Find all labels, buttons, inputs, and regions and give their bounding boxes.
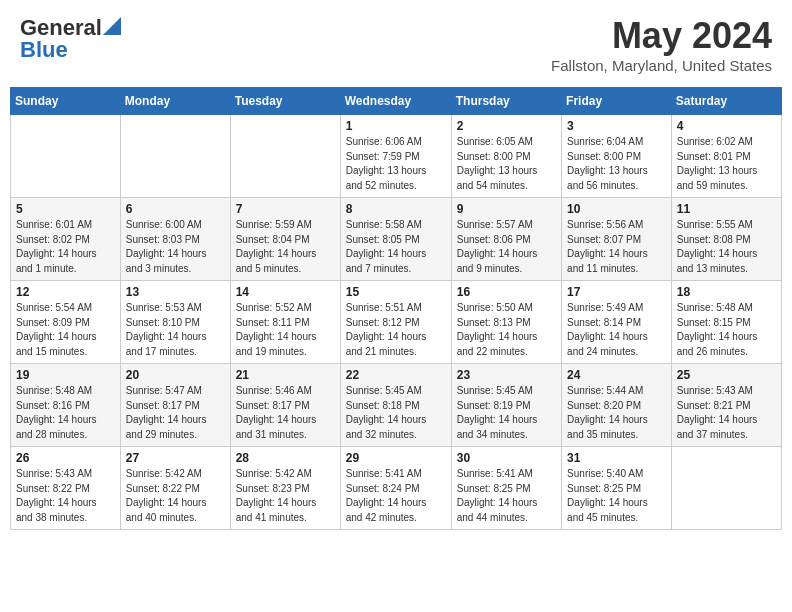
- day-info: Sunrise: 5:57 AMSunset: 8:06 PMDaylight:…: [457, 218, 556, 276]
- day-number: 31: [567, 451, 666, 465]
- logo-blue: Blue: [20, 37, 68, 63]
- day-number: 27: [126, 451, 225, 465]
- calendar-cell: 23Sunrise: 5:45 AMSunset: 8:19 PMDayligh…: [451, 364, 561, 447]
- calendar-cell: 31Sunrise: 5:40 AMSunset: 8:25 PMDayligh…: [562, 447, 672, 530]
- logo: General Blue: [20, 15, 121, 63]
- calendar-week-row: 19Sunrise: 5:48 AMSunset: 8:16 PMDayligh…: [11, 364, 782, 447]
- weekday-header: Sunday: [11, 88, 121, 115]
- calendar-week-row: 12Sunrise: 5:54 AMSunset: 8:09 PMDayligh…: [11, 281, 782, 364]
- day-info: Sunrise: 5:49 AMSunset: 8:14 PMDaylight:…: [567, 301, 666, 359]
- calendar-cell: 24Sunrise: 5:44 AMSunset: 8:20 PMDayligh…: [562, 364, 672, 447]
- day-number: 4: [677, 119, 776, 133]
- day-number: 13: [126, 285, 225, 299]
- calendar-cell: 12Sunrise: 5:54 AMSunset: 8:09 PMDayligh…: [11, 281, 121, 364]
- day-info: Sunrise: 6:00 AMSunset: 8:03 PMDaylight:…: [126, 218, 225, 276]
- logo-triangle-icon: [103, 17, 121, 35]
- calendar-cell: [671, 447, 781, 530]
- calendar-cell: 26Sunrise: 5:43 AMSunset: 8:22 PMDayligh…: [11, 447, 121, 530]
- calendar-cell: 9Sunrise: 5:57 AMSunset: 8:06 PMDaylight…: [451, 198, 561, 281]
- day-number: 6: [126, 202, 225, 216]
- day-number: 28: [236, 451, 335, 465]
- page-header: General Blue May 2024 Fallston, Maryland…: [10, 10, 782, 79]
- day-number: 17: [567, 285, 666, 299]
- day-info: Sunrise: 6:04 AMSunset: 8:00 PMDaylight:…: [567, 135, 666, 193]
- day-number: 14: [236, 285, 335, 299]
- calendar-cell: 3Sunrise: 6:04 AMSunset: 8:00 PMDaylight…: [562, 115, 672, 198]
- day-number: 9: [457, 202, 556, 216]
- calendar-cell: 17Sunrise: 5:49 AMSunset: 8:14 PMDayligh…: [562, 281, 672, 364]
- month-title: May 2024: [551, 15, 772, 57]
- day-number: 30: [457, 451, 556, 465]
- day-info: Sunrise: 5:48 AMSunset: 8:15 PMDaylight:…: [677, 301, 776, 359]
- calendar-cell: 4Sunrise: 6:02 AMSunset: 8:01 PMDaylight…: [671, 115, 781, 198]
- day-info: Sunrise: 5:46 AMSunset: 8:17 PMDaylight:…: [236, 384, 335, 442]
- day-number: 5: [16, 202, 115, 216]
- day-number: 20: [126, 368, 225, 382]
- day-info: Sunrise: 5:51 AMSunset: 8:12 PMDaylight:…: [346, 301, 446, 359]
- calendar-cell: 7Sunrise: 5:59 AMSunset: 8:04 PMDaylight…: [230, 198, 340, 281]
- weekday-header: Thursday: [451, 88, 561, 115]
- day-info: Sunrise: 6:02 AMSunset: 8:01 PMDaylight:…: [677, 135, 776, 193]
- calendar-cell: 27Sunrise: 5:42 AMSunset: 8:22 PMDayligh…: [120, 447, 230, 530]
- day-number: 12: [16, 285, 115, 299]
- day-info: Sunrise: 5:42 AMSunset: 8:22 PMDaylight:…: [126, 467, 225, 525]
- calendar-cell: 18Sunrise: 5:48 AMSunset: 8:15 PMDayligh…: [671, 281, 781, 364]
- day-number: 8: [346, 202, 446, 216]
- weekday-header: Saturday: [671, 88, 781, 115]
- calendar-cell: 1Sunrise: 6:06 AMSunset: 7:59 PMDaylight…: [340, 115, 451, 198]
- calendar-cell: 19Sunrise: 5:48 AMSunset: 8:16 PMDayligh…: [11, 364, 121, 447]
- calendar-cell: 22Sunrise: 5:45 AMSunset: 8:18 PMDayligh…: [340, 364, 451, 447]
- day-info: Sunrise: 5:41 AMSunset: 8:24 PMDaylight:…: [346, 467, 446, 525]
- weekday-header: Wednesday: [340, 88, 451, 115]
- calendar-cell: 6Sunrise: 6:00 AMSunset: 8:03 PMDaylight…: [120, 198, 230, 281]
- day-number: 29: [346, 451, 446, 465]
- day-number: 21: [236, 368, 335, 382]
- day-info: Sunrise: 5:41 AMSunset: 8:25 PMDaylight:…: [457, 467, 556, 525]
- calendar-cell: 16Sunrise: 5:50 AMSunset: 8:13 PMDayligh…: [451, 281, 561, 364]
- day-number: 22: [346, 368, 446, 382]
- day-info: Sunrise: 5:58 AMSunset: 8:05 PMDaylight:…: [346, 218, 446, 276]
- day-info: Sunrise: 5:40 AMSunset: 8:25 PMDaylight:…: [567, 467, 666, 525]
- calendar-cell: 14Sunrise: 5:52 AMSunset: 8:11 PMDayligh…: [230, 281, 340, 364]
- day-number: 10: [567, 202, 666, 216]
- day-info: Sunrise: 6:01 AMSunset: 8:02 PMDaylight:…: [16, 218, 115, 276]
- day-info: Sunrise: 5:43 AMSunset: 8:22 PMDaylight:…: [16, 467, 115, 525]
- weekday-header: Tuesday: [230, 88, 340, 115]
- day-info: Sunrise: 6:05 AMSunset: 8:00 PMDaylight:…: [457, 135, 556, 193]
- day-info: Sunrise: 5:42 AMSunset: 8:23 PMDaylight:…: [236, 467, 335, 525]
- day-info: Sunrise: 5:55 AMSunset: 8:08 PMDaylight:…: [677, 218, 776, 276]
- calendar-cell: [120, 115, 230, 198]
- calendar-cell: [230, 115, 340, 198]
- calendar-cell: 30Sunrise: 5:41 AMSunset: 8:25 PMDayligh…: [451, 447, 561, 530]
- calendar-cell: 2Sunrise: 6:05 AMSunset: 8:00 PMDaylight…: [451, 115, 561, 198]
- day-number: 26: [16, 451, 115, 465]
- day-number: 15: [346, 285, 446, 299]
- day-info: Sunrise: 5:43 AMSunset: 8:21 PMDaylight:…: [677, 384, 776, 442]
- location: Fallston, Maryland, United States: [551, 57, 772, 74]
- day-info: Sunrise: 5:52 AMSunset: 8:11 PMDaylight:…: [236, 301, 335, 359]
- day-info: Sunrise: 5:45 AMSunset: 8:18 PMDaylight:…: [346, 384, 446, 442]
- calendar-week-row: 5Sunrise: 6:01 AMSunset: 8:02 PMDaylight…: [11, 198, 782, 281]
- day-number: 7: [236, 202, 335, 216]
- day-number: 18: [677, 285, 776, 299]
- day-info: Sunrise: 5:53 AMSunset: 8:10 PMDaylight:…: [126, 301, 225, 359]
- day-number: 1: [346, 119, 446, 133]
- day-number: 16: [457, 285, 556, 299]
- day-number: 23: [457, 368, 556, 382]
- day-number: 25: [677, 368, 776, 382]
- svg-marker-0: [103, 17, 121, 35]
- calendar-table: SundayMondayTuesdayWednesdayThursdayFrid…: [10, 87, 782, 530]
- day-number: 24: [567, 368, 666, 382]
- calendar-cell: 21Sunrise: 5:46 AMSunset: 8:17 PMDayligh…: [230, 364, 340, 447]
- day-info: Sunrise: 5:56 AMSunset: 8:07 PMDaylight:…: [567, 218, 666, 276]
- day-info: Sunrise: 5:47 AMSunset: 8:17 PMDaylight:…: [126, 384, 225, 442]
- calendar-cell: 28Sunrise: 5:42 AMSunset: 8:23 PMDayligh…: [230, 447, 340, 530]
- calendar-cell: 29Sunrise: 5:41 AMSunset: 8:24 PMDayligh…: [340, 447, 451, 530]
- calendar-cell: 13Sunrise: 5:53 AMSunset: 8:10 PMDayligh…: [120, 281, 230, 364]
- day-info: Sunrise: 6:06 AMSunset: 7:59 PMDaylight:…: [346, 135, 446, 193]
- weekday-header: Friday: [562, 88, 672, 115]
- calendar-week-row: 26Sunrise: 5:43 AMSunset: 8:22 PMDayligh…: [11, 447, 782, 530]
- day-info: Sunrise: 5:48 AMSunset: 8:16 PMDaylight:…: [16, 384, 115, 442]
- day-info: Sunrise: 5:50 AMSunset: 8:13 PMDaylight:…: [457, 301, 556, 359]
- day-number: 3: [567, 119, 666, 133]
